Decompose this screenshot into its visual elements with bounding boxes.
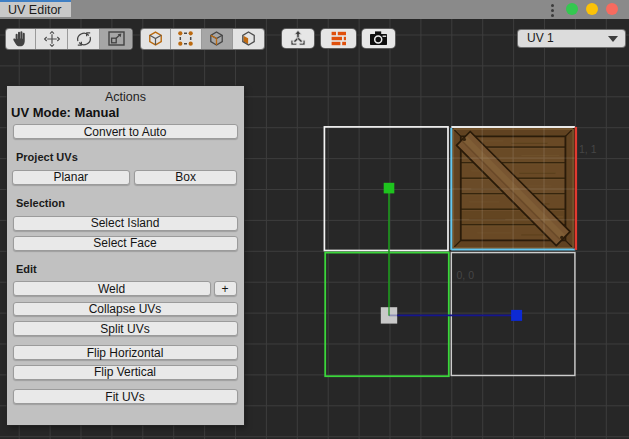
svg-text:0, 0: 0, 0: [457, 269, 475, 281]
svg-text:1, 1: 1, 1: [579, 143, 597, 155]
